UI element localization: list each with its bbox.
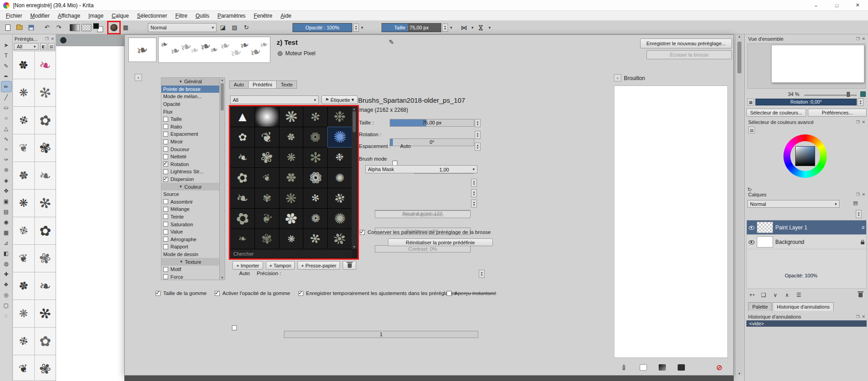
tab-historique-d-annulations[interactable]: Historique d'annulations — [773, 302, 834, 311]
color-history-icon[interactable]: ▤ — [748, 127, 755, 133]
zoom-tool[interactable]: ◎ — [1, 290, 11, 300]
size-spinner[interactable]: ▲▼ — [442, 24, 448, 32]
checkbox-icon[interactable] — [163, 274, 168, 279]
maximize-button[interactable]: □ — [826, 0, 847, 10]
brush-preset-thumbnail[interactable]: ❉ — [13, 328, 34, 355]
brush-option-force[interactable]: Force — [161, 273, 219, 280]
multibrush-tool[interactable]: ❊ — [1, 165, 11, 175]
spacing-spinner[interactable]: ▲▼ — [475, 143, 481, 151]
preset-name[interactable]: z) Test — [277, 38, 297, 46]
tip-filter-combo[interactable]: All ▾ — [230, 95, 319, 104]
brush-tip-thumbnail[interactable]: ✻ — [303, 229, 327, 249]
brush-tip-thumbnail[interactable]: ✾ — [255, 229, 279, 249]
opacity-spinner[interactable]: ▲▼ — [353, 24, 359, 32]
neutral-point-slider[interactable]: Neutral point: 127 — [375, 210, 471, 217]
brush-tip-thumbnail[interactable]: ❧ — [231, 229, 255, 249]
canvas-area[interactable] — [56, 34, 124, 381]
chevron-down-icon[interactable]: ▾ — [449, 25, 453, 30]
visibility-icon[interactable] — [749, 238, 755, 246]
brush-option-assombrir[interactable]: Assombrir — [161, 198, 219, 206]
scratchpad-fill-white-button[interactable] — [636, 362, 651, 373]
redo-button[interactable]: ↷ — [53, 22, 64, 33]
tip-tab-texte[interactable]: Texte — [276, 81, 297, 89]
brush-tip-thumbnail[interactable]: ✿ — [231, 209, 255, 229]
checkbox-icon[interactable] — [163, 237, 168, 242]
color-wheel[interactable] — [783, 134, 827, 178]
brush-preset-thumbnail[interactable]: ✽ — [13, 272, 34, 300]
select-shapes-tool[interactable]: ➤ — [1, 40, 11, 50]
freehand-path-tool[interactable]: ≈ — [1, 144, 11, 154]
brush-preset-thumbnail[interactable]: ❦ — [13, 134, 34, 162]
import-button[interactable]: + Importer — [232, 261, 263, 270]
history-entry[interactable]: <vide> — [746, 320, 867, 327]
color-selector-settings-button[interactable]: Sélecteur de couleurs... — [746, 109, 806, 117]
brush-preset-thumbnail[interactable]: ❦ — [13, 245, 34, 272]
scratchpad-strip[interactable]: ❧❧❧❧❧❧❧❧❧❧❧ — [158, 37, 270, 63]
footer-checkbox-taille-de-la-gomme[interactable]: Taille de la gomme — [156, 291, 207, 296]
checkbox-icon[interactable] — [163, 229, 168, 234]
scratchpad-canvas[interactable] — [614, 86, 728, 358]
smart-patch-tool[interactable]: ✚ — [1, 269, 11, 279]
ellipse-select-tool[interactable]: ◌ — [1, 310, 11, 321]
checkbox-icon[interactable] — [163, 214, 168, 219]
close-button[interactable]: ✕ — [847, 0, 868, 10]
scrollbar-thumb[interactable] — [737, 42, 741, 73]
undo-button[interactable]: ↶ — [42, 22, 52, 33]
scroll-down-icon[interactable]: ▼ — [352, 245, 357, 248]
brush-tip-thumbnail[interactable]: ❉ — [328, 107, 352, 127]
scroll-up-icon[interactable]: ▲ — [220, 78, 225, 81]
close-docker-icon[interactable]: ✕ — [862, 314, 865, 319]
brush-preset-thumbnail[interactable]: ❋ — [13, 190, 34, 217]
brush-tip-thumbnail[interactable]: ✽ — [279, 168, 303, 188]
blend-mode-combo[interactable]: Normal ▾ — [148, 23, 217, 32]
brush-tip-thumbnail[interactable]: ✻ — [303, 188, 327, 208]
scrollbar-thumb[interactable] — [221, 83, 224, 110]
rect-select-tool[interactable]: ▢ — [1, 300, 11, 310]
pattern-chooser-button[interactable] — [81, 22, 92, 33]
layer-opacity-slider[interactable]: Opacité: 100% — [747, 272, 855, 280]
mirror-view-icon[interactable] — [860, 91, 866, 97]
brush-tip-thumbnail[interactable]: ❋ — [279, 148, 303, 167]
precision-slider[interactable]: 1 — [284, 331, 478, 338]
layer-options-icon[interactable]: ▤ — [853, 200, 858, 206]
overwrite-brush-button[interactable]: Écraser la brosse — [646, 50, 732, 59]
tip-size-spinner[interactable]: ▲▼ — [475, 119, 481, 127]
brush-option-motif[interactable]: Motif — [161, 266, 219, 273]
menu-item-filtre[interactable]: Filtre — [171, 11, 192, 21]
ellipse-tool[interactable]: ○ — [1, 113, 11, 123]
contrast-slider[interactable]: Contrast: 0% — [375, 245, 471, 252]
pattern-edit-tool[interactable]: ▦ — [1, 227, 11, 238]
brush-tip-thumbnail[interactable]: ❧ — [231, 148, 255, 167]
brush-option-pointe-de-brosse[interactable]: Pointe de brosse — [161, 86, 219, 93]
menu-item-outils[interactable]: Outils — [191, 11, 213, 21]
scroll-up-icon[interactable]: ▲ — [352, 107, 357, 110]
brightness-slider[interactable]: Brightness: 0% — [375, 228, 471, 235]
float-docker-icon[interactable]: ❐ — [856, 314, 859, 319]
brush-preset-thumbnail[interactable]: ❉ — [13, 107, 34, 134]
brush-option-lightness-str[interactable]: Lightness Str... — [161, 168, 219, 176]
brush-tip-thumbnail[interactable]: ❁ — [303, 168, 327, 188]
brush-option-dispersion[interactable]: Dispersion — [161, 176, 219, 183]
brush-preset-thumbnail[interactable]: ❧ — [35, 272, 56, 300]
rectangle-tool[interactable]: ▭ — [1, 102, 11, 113]
scroll-up-icon[interactable]: ▲ — [736, 35, 743, 38]
brush-tip-thumbnail[interactable]: ❉ — [328, 148, 352, 167]
overview-thumbnail[interactable] — [747, 43, 866, 89]
menu-item-parametres[interactable]: Paramètres — [213, 11, 250, 21]
footer-checkbox-activer-l-opacite-de-la-gomme[interactable]: Activer l'opacité de la gomme — [215, 291, 290, 296]
workspace-chooser-button[interactable]: ▦ — [120, 22, 131, 33]
mirror-horizontal-button[interactable]: ⋈ — [458, 22, 469, 33]
rotation-spinner[interactable]: ▲▼ — [858, 98, 863, 106]
brush-tip-thumbnail[interactable]: ❉ — [328, 229, 352, 249]
zoom-slider-handle[interactable] — [847, 92, 850, 97]
checkbox-icon[interactable] — [163, 154, 168, 159]
brush-preset-thumbnail[interactable]: ❧ — [35, 52, 56, 79]
layer-row[interactable]: Paint Layer 1α — [747, 220, 866, 235]
transform-tool[interactable]: ◈ — [1, 175, 11, 186]
brush-option-opacite[interactable]: Opacité — [161, 100, 219, 108]
options-section-couleur[interactable]: ▼Couleur — [161, 183, 219, 190]
brush-tip-thumbnail[interactable]: ❁ — [303, 209, 327, 229]
lock-icon[interactable] — [861, 238, 864, 246]
brush-tip-thumbnail[interactable]: ✽ — [279, 209, 303, 229]
spacing-slider[interactable]: 1,00 — [414, 166, 474, 174]
